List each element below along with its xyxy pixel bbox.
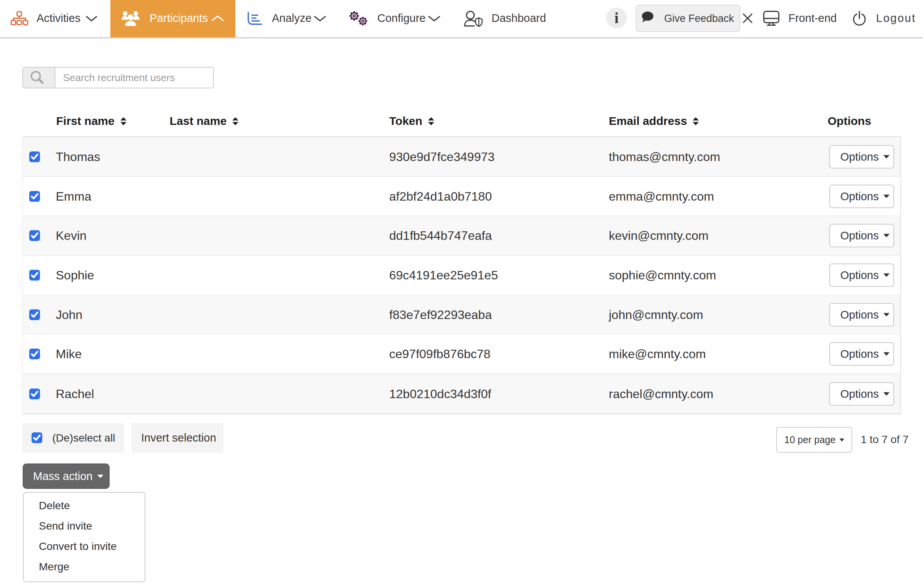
svg-text:i: i	[614, 9, 618, 27]
